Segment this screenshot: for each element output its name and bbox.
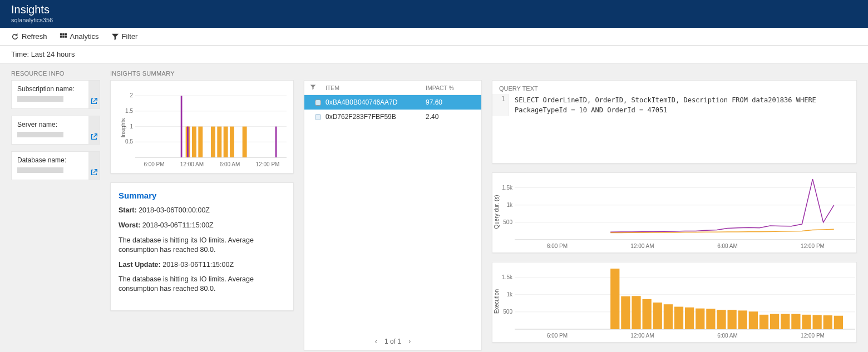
svg-text:Query dur. (s): Query dur. (s) [494,195,500,229]
svg-rect-59 [664,304,673,329]
item-header[interactable]: ITEM [326,85,426,91]
open-external-icon [90,97,98,105]
analytics-label: Analytics [70,32,99,41]
svg-rect-27 [181,96,183,157]
svg-rect-21 [198,127,203,157]
pager-next[interactable]: › [403,338,416,345]
svg-rect-22 [211,127,215,157]
resource-label: Database name: [17,156,83,164]
svg-rect-55 [621,296,630,329]
svg-text:1k: 1k [506,202,513,208]
resource-info-column: RESOURCE INFO Subscription name:Server n… [11,70,100,187]
refresh-button[interactable]: Refresh [11,32,47,41]
svg-text:1k: 1k [506,291,513,298]
resource-info-title: RESOURCE INFO [11,70,100,77]
svg-rect-54 [610,269,619,329]
summary-heading: Summary [119,191,285,200]
svg-text:6:00 PM: 6:00 PM [144,161,164,167]
filter-column-icon[interactable] [310,84,326,91]
query-text[interactable]: SELECT OrderLineID, OrderID, StockItemID… [509,94,856,116]
svg-rect-0 [60,33,62,35]
svg-text:Execution: Execution [494,289,500,314]
svg-text:12:00 AM: 12:00 AM [630,333,654,339]
svg-text:1.5k: 1.5k [502,185,513,191]
toolbar: Refresh Analytics Filter [0,28,868,46]
query-text-card: QUERY TEXT 1 SELECT OrderLineID, OrderID… [492,80,857,163]
resource-card: Database name: [11,151,100,180]
item-table-card: ITEM IMPACT % 0xBA4B0B040746AA7D97.600xD… [304,80,482,350]
svg-text:500: 500 [503,309,512,315]
svg-rect-61 [685,308,694,329]
page-header: Insights sqlanalytics356 [0,0,868,28]
svg-rect-29 [275,127,277,157]
time-filter[interactable]: Time: Last 24 hours [0,46,868,63]
svg-text:Insights: Insights [120,118,126,137]
table-row[interactable]: 0xBA4B0B040746AA7D97.60 [304,95,481,110]
resource-card: Subscription name: [11,80,100,109]
resource-open-button[interactable] [88,116,100,144]
duration-chart-svg: 5001k1.5k6:00 PM12:00 AM6:00 AM12:00 PMQ… [492,173,860,251]
svg-rect-63 [706,309,715,329]
table-row[interactable]: 0xD762F283F7FBF59B2.40 [304,110,481,124]
pager-prev[interactable]: ‹ [369,338,383,345]
item-table-header: ITEM IMPACT % [304,81,481,95]
row-indicator-icon [315,114,321,120]
pager: ‹ 1 of 1 › [304,333,481,350]
summary-desc1: The database is hitting its IO limits. A… [119,236,285,255]
query-duration-chart: 5001k1.5k6:00 PM12:00 AM6:00 AM12:00 PMQ… [492,172,857,253]
filter-label: Filter [122,32,138,41]
resource-card: Server name: [11,116,100,145]
svg-rect-56 [632,296,640,329]
svg-text:0.5: 0.5 [125,138,133,145]
query-gutter: 1 [492,94,509,116]
analytics-icon [60,33,67,41]
page-title: Insights [11,3,857,16]
summary-worst: Worst: 2018-03-06T11:15:00Z [119,221,285,230]
resource-value-placeholder [17,167,63,173]
svg-rect-64 [717,310,726,329]
resource-open-button[interactable] [88,152,100,180]
svg-text:6:00 PM: 6:00 PM [547,333,568,339]
summary-start: Start: 2018-03-06T00:00:00Z [119,206,285,215]
row-indicator-icon [315,100,321,106]
svg-rect-23 [217,127,221,157]
resource-label: Subscription name: [17,85,83,93]
resource-value-placeholder [17,132,63,137]
summary-desc2: The database is hitting its IO limits. A… [119,275,285,294]
svg-text:6:00 AM: 6:00 AM [717,243,738,249]
svg-rect-57 [643,299,652,329]
svg-rect-5 [65,36,67,38]
pager-text: 1 of 1 [384,338,401,345]
impact-cell: 97.60 [426,98,476,106]
svg-rect-20 [192,127,196,157]
svg-rect-67 [749,311,758,329]
item-table-body: 0xBA4B0B040746AA7D97.600xD762F283F7FBF59… [304,95,481,333]
svg-rect-65 [728,310,737,329]
impact-cell: 2.40 [426,113,476,121]
svg-text:12:00 AM: 12:00 AM [630,243,654,249]
svg-text:12:00 PM: 12:00 PM [256,161,280,167]
svg-text:2: 2 [130,92,133,98]
item-table-spacer [304,70,482,77]
svg-rect-1 [62,33,65,35]
svg-rect-68 [760,315,768,329]
svg-text:1.5k: 1.5k [502,274,513,280]
summary-card: Summary Start: 2018-03-06T00:00:00Z Wors… [110,182,294,311]
svg-rect-62 [696,309,704,329]
svg-rect-75 [834,316,843,329]
query-spacer [492,70,857,77]
svg-rect-28 [187,127,189,157]
open-external-icon [90,168,98,176]
svg-rect-24 [224,127,228,157]
summary-update: Last Update: 2018-03-06T11:15:00Z [119,260,285,270]
analytics-button[interactable]: Analytics [60,32,99,41]
filter-button[interactable]: Filter [111,32,138,41]
resource-open-button[interactable] [88,81,100,108]
open-external-icon [90,133,98,141]
refresh-icon [11,33,19,41]
item-cell: 0xD762F283F7FBF59B [326,113,426,121]
impact-header[interactable]: IMPACT % [426,85,476,91]
svg-rect-25 [230,127,234,157]
svg-text:12:00 PM: 12:00 PM [801,243,825,249]
content-area: RESOURCE INFO Subscription name:Server n… [0,63,868,352]
